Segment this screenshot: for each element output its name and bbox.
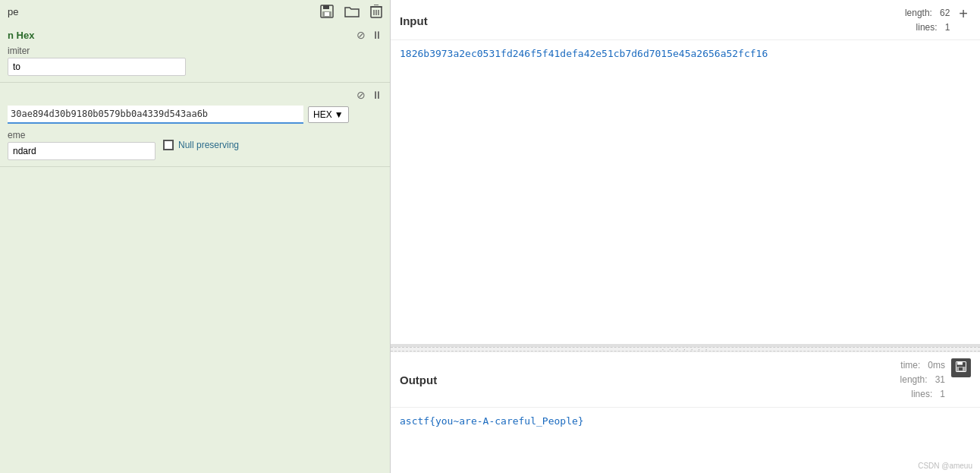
input-length-value: 62 — [940, 8, 950, 18]
save-output-button[interactable] — [951, 358, 971, 377]
hex-dropdown-button[interactable]: HEX ▼ — [308, 106, 349, 123]
output-meta: time: 0ms length: 31 lines: 1 — [900, 358, 945, 402]
scheme-field: eme — [8, 130, 155, 160]
input-meta: length: 62 lines: 1 — [905, 6, 950, 35]
input-lines-value: 1 — [945, 22, 950, 33]
block-icon[interactable]: ⊘ — [357, 29, 366, 41]
input-section: Input length: 62 lines: 1 + — [391, 0, 980, 347]
right-panel: Input length: 62 lines: 1 + — [391, 0, 980, 473]
input-length-label: length: — [905, 8, 932, 18]
output-title: Output — [400, 374, 437, 386]
pause-icon-2[interactable]: ⏸ — [372, 89, 382, 101]
input-text: 1826b3973a2ec0531fd246f5f41defa42e51cb7d… — [400, 48, 768, 59]
trash-icon[interactable] — [370, 5, 382, 18]
null-preserving-toggle[interactable]: Null preserving — [163, 140, 239, 150]
save-icon[interactable] — [320, 5, 334, 18]
scheme-row: eme Null preserving — [8, 130, 382, 160]
scheme-label: eme — [8, 130, 155, 140]
output-panel-actions: time: 0ms length: 31 lines: 1 — [900, 358, 971, 402]
section-hex-controls: ⊘ ⏸ — [357, 29, 382, 41]
add-input-button[interactable]: + — [956, 6, 971, 21]
output-length-value: 31 — [935, 374, 945, 385]
section2-header: ⊘ ⏸ — [8, 89, 382, 101]
input-lines-label: lines: — [916, 22, 938, 33]
section-hex-title: n Hex — [8, 30, 34, 41]
left-toolbar: pe — [0, 0, 390, 23]
output-text: asctf{you~are-A-careful_People} — [400, 415, 584, 427]
svg-rect-1 — [323, 5, 329, 9]
output-section: Output time: 0ms length: 31 lines: — [391, 352, 980, 473]
output-time-label: time: — [900, 360, 920, 371]
left-panel: pe — [0, 0, 391, 473]
pause-icon[interactable]: ⏸ — [372, 29, 382, 41]
input-panel-actions: length: 62 lines: 1 + — [905, 6, 971, 35]
delimiter-field: imiter — [8, 46, 382, 76]
output-length-label: length: — [900, 374, 928, 385]
delimiter-input[interactable] — [8, 58, 186, 76]
output-lines-label: lines: — [911, 389, 932, 399]
scheme-input[interactable] — [8, 142, 155, 160]
input-content: 1826b3973a2ec0531fd246f5f41defa42e51cb7d… — [391, 40, 980, 344]
output-lines-value: 1 — [940, 389, 945, 399]
svg-rect-13 — [959, 367, 963, 371]
section-2: ⊘ ⏸ HEX ▼ eme Null preserving — [0, 83, 390, 167]
block-icon-2[interactable]: ⊘ — [357, 89, 366, 101]
input-title: Input — [400, 14, 428, 27]
hex-input-row: HEX ▼ — [8, 106, 382, 124]
chevron-down-icon: ▼ — [335, 109, 344, 120]
output-content: asctf{you~are-A-careful_People} — [391, 408, 980, 473]
section-hex-header: n Hex ⊘ ⏸ — [8, 29, 382, 41]
section-hex: n Hex ⊘ ⏸ imiter — [0, 23, 390, 83]
watermark: CSDN @ameuu — [918, 462, 972, 470]
delimiter-label: imiter — [8, 46, 382, 56]
null-preserving-checkbox[interactable] — [163, 140, 174, 150]
panel-type-label: pe — [8, 6, 18, 17]
output-panel-header: Output time: 0ms length: 31 lines: — [391, 352, 980, 408]
hex-text-input[interactable] — [8, 106, 303, 124]
null-preserving-label: Null preserving — [178, 140, 239, 150]
folder-icon[interactable] — [344, 5, 360, 18]
input-panel-header: Input length: 62 lines: 1 + — [391, 0, 980, 40]
section2-controls: ⊘ ⏸ — [357, 89, 382, 101]
output-time-value: 0ms — [928, 360, 945, 371]
svg-rect-3 — [325, 12, 329, 16]
svg-rect-11 — [957, 362, 963, 365]
